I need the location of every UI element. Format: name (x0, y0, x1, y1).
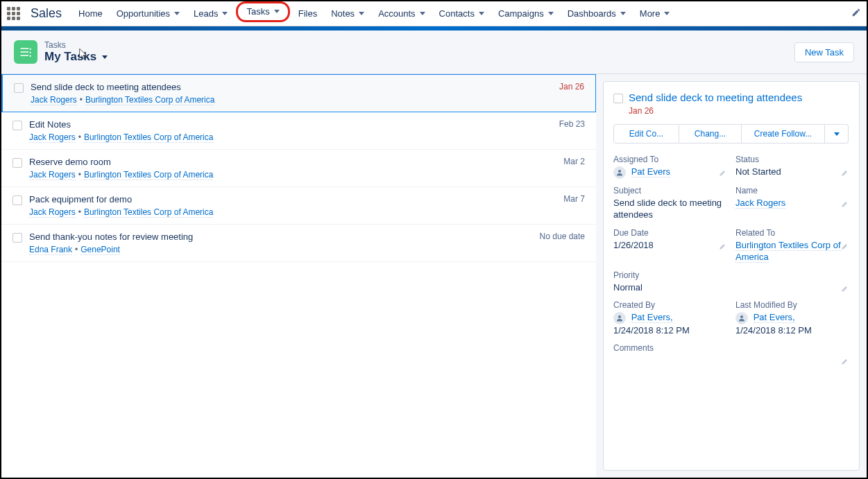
nav-label: Campaigns (498, 8, 544, 19)
field-due-date: Due Date 1/26/2018 (613, 228, 727, 266)
avatar-icon (613, 312, 626, 324)
nav-item-opportunities[interactable]: Opportunities (110, 1, 187, 26)
task-detail-pane: Send slide deck to meeting attendees Jan… (596, 74, 867, 478)
field-label: Created By (613, 300, 727, 310)
task-contact-link[interactable]: Jack Rogers (31, 95, 77, 105)
field-value: Normal (613, 281, 849, 294)
chevron-down-icon (548, 12, 554, 15)
created-ts: 1/24/2018 8:12 PM (613, 324, 727, 337)
task-subject: Send thank-you notes for review meeting (29, 232, 533, 242)
edit-field-icon[interactable] (841, 198, 849, 211)
task-account-link[interactable]: Burlington Textiles Corp of America (84, 170, 214, 180)
global-nav: Sales HomeOpportunitiesLeadsTasksFilesNo… (1, 1, 867, 26)
modified-ts: 1/24/2018 8:12 PM (735, 324, 849, 337)
field-label: Assigned To (613, 155, 727, 164)
nav-item-home[interactable]: Home (71, 1, 110, 26)
edit-field-icon[interactable] (719, 167, 727, 180)
field-value: Send slide deck to meeting attendees (613, 197, 727, 221)
field-label: Subject (613, 186, 727, 195)
field-label: Related To (735, 228, 849, 238)
nav-label: Notes (331, 8, 355, 19)
task-subject: Pack equipment for demo (29, 194, 556, 204)
task-date: Feb 23 (559, 119, 585, 142)
field-label: Last Modified By (735, 300, 849, 310)
chevron-down-icon (102, 55, 108, 59)
nav-item-contacts[interactable]: Contacts (432, 1, 491, 26)
nav-item-accounts[interactable]: Accounts (371, 1, 432, 26)
field-related-to: Related To Burlington Textiles Corp of A… (735, 228, 849, 266)
detail-complete-checkbox[interactable] (613, 94, 623, 103)
task-checkbox[interactable] (12, 233, 22, 243)
nav-label: Home (78, 8, 103, 19)
edit-comments-button[interactable]: Edit Co... (613, 124, 679, 143)
task-date: Mar 7 (563, 194, 585, 217)
main-content: Send slide deck to meeting attendeesJack… (1, 74, 867, 478)
separator: • (78, 207, 81, 217)
edit-nav-icon[interactable] (851, 8, 861, 20)
task-checkbox[interactable] (12, 121, 22, 130)
task-contact-link[interactable]: Jack Rogers (29, 170, 76, 180)
nav-label: More (640, 8, 661, 19)
edit-field-icon[interactable] (841, 241, 849, 253)
edit-field-icon[interactable] (719, 241, 727, 253)
page-header: Tasks My Tasks New Task (1, 31, 867, 74)
nav-item-dashboards[interactable]: Dashboards (561, 1, 633, 26)
task-row[interactable]: Pack equipment for demoJack Rogers•Burli… (1, 187, 596, 225)
task-row[interactable]: Send slide deck to meeting attendeesJack… (1, 74, 596, 112)
task-subject: Edit Notes (29, 119, 552, 130)
task-account-link[interactable]: Burlington Textiles Corp of America (84, 132, 214, 143)
nav-label: Opportunities (117, 8, 170, 19)
field-value: Not Started (735, 166, 849, 178)
modified-by-link[interactable]: Pat Evers, (754, 312, 795, 323)
field-label: Due Date (613, 228, 727, 238)
task-row[interactable]: Reserve demo roomJack Rogers•Burlington … (1, 150, 596, 187)
task-date: Jan 26 (559, 82, 584, 105)
chevron-down-icon (479, 12, 484, 15)
nav-item-more[interactable]: More (633, 1, 677, 26)
chevron-down-icon (664, 12, 670, 15)
svg-point-2 (740, 315, 743, 318)
field-label: Comments (613, 343, 849, 353)
new-task-button[interactable]: New Task (794, 42, 854, 62)
task-contact-link[interactable]: Jack Rogers (29, 132, 76, 143)
task-checkbox[interactable] (12, 158, 22, 168)
task-account-link[interactable]: Burlington Textiles Corp of America (84, 207, 214, 218)
task-subject: Send slide deck to meeting attendees (31, 82, 552, 92)
field-assigned-to: Assigned To Pat Evers (613, 155, 727, 182)
list-view-picker[interactable]: My Tasks (44, 50, 108, 64)
task-account-link[interactable]: GenePoint (80, 245, 120, 255)
chevron-down-icon (274, 10, 280, 13)
related-to-link[interactable]: Burlington Textiles Corp of America (735, 240, 841, 263)
app-launcher-icon[interactable] (7, 7, 21, 21)
task-checkbox[interactable] (12, 195, 22, 205)
edit-field-icon[interactable] (841, 167, 849, 180)
task-checkbox[interactable] (14, 83, 24, 93)
avatar-icon (613, 166, 626, 179)
separator: • (78, 170, 81, 180)
assigned-to-link[interactable]: Pat Evers (631, 166, 670, 177)
created-by-link[interactable]: Pat Evers, (631, 312, 673, 323)
nav-item-leads[interactable]: Leads (187, 1, 235, 26)
task-row[interactable]: Send thank-you notes for review meetingE… (1, 225, 596, 262)
nav-item-tasks[interactable]: Tasks (236, 1, 289, 22)
create-followup-button[interactable]: Create Follow... (742, 124, 825, 143)
separator: • (80, 95, 83, 105)
name-link[interactable]: Jack Rogers (735, 198, 785, 209)
task-account-link[interactable]: Burlington Textiles Corp of America (85, 95, 215, 105)
task-contact-link[interactable]: Edna Frank (29, 245, 72, 255)
field-created-by: Created By Pat Evers, 1/24/2018 8:12 PM (613, 300, 727, 339)
task-detail-card: Send slide deck to meeting attendees Jan… (603, 81, 860, 471)
edit-field-icon[interactable] (841, 356, 849, 368)
change-status-button[interactable]: Chang... (679, 124, 742, 143)
nav-label: Tasks (246, 6, 269, 17)
task-row[interactable]: Edit NotesJack Rogers•Burlington Textile… (1, 112, 596, 150)
task-contact-link[interactable]: Jack Rogers (29, 207, 76, 218)
detail-title[interactable]: Send slide deck to meeting attendees (629, 92, 802, 103)
more-actions-button[interactable] (825, 124, 849, 143)
nav-item-files[interactable]: Files (291, 1, 324, 26)
nav-item-campaigns[interactable]: Campaigns (491, 1, 561, 26)
nav-item-notes[interactable]: Notes (324, 1, 371, 26)
task-subject: Reserve demo room (29, 157, 556, 167)
edit-field-icon[interactable] (841, 283, 849, 295)
chevron-down-icon (359, 12, 364, 15)
